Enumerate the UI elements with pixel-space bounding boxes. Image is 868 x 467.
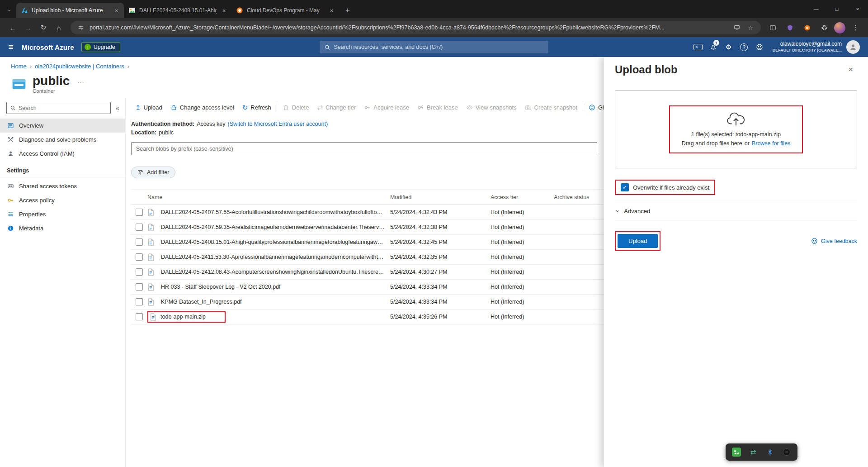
upload-button[interactable]: Upload xyxy=(618,234,658,248)
forward-button[interactable]: → xyxy=(21,20,35,35)
blob-name-link[interactable]: DALLE2024-05-2411.53.30-Aprofessionalban… xyxy=(161,254,390,260)
portal-menu-hamburger-icon[interactable]: ≡ xyxy=(0,37,22,57)
file-dropzone[interactable]: 1 file(s) selected: todo-app-main.zip Dr… xyxy=(615,91,857,168)
tab-close-icon[interactable]: × xyxy=(113,7,120,14)
acquire-lease-command[interactable]: Acquire lease xyxy=(360,104,413,111)
favorites-star-icon[interactable]: ☆ xyxy=(745,23,755,33)
sidebar-item-properties[interactable]: Properties xyxy=(0,207,125,221)
change-tier-command[interactable]: ⇄ Change tier xyxy=(313,104,360,111)
settings-gear-icon[interactable]: ⚙ xyxy=(721,37,736,57)
tab-close-icon[interactable]: × xyxy=(328,7,335,14)
portal-search[interactable] xyxy=(320,41,548,53)
row-checkbox[interactable] xyxy=(136,268,143,276)
sidebar-item-access-policy[interactable]: Access policy xyxy=(0,193,125,207)
row-checkbox[interactable] xyxy=(136,313,143,320)
tray-dark-app-icon[interactable] xyxy=(782,448,791,457)
row-checkbox[interactable] xyxy=(136,283,143,291)
delete-command[interactable]: Delete xyxy=(278,104,313,111)
address-bar[interactable]: portal.azure.com/#view/Microsoft_Azure_S… xyxy=(71,21,761,34)
command-label: Break lease xyxy=(427,104,458,111)
change-access-level-command[interactable]: Change access level xyxy=(166,104,238,111)
tab-close-icon[interactable]: × xyxy=(220,7,228,14)
sidebar-item-shared-access-tokens[interactable]: Shared access tokens xyxy=(0,179,125,193)
feedback-icon[interactable] xyxy=(752,37,767,57)
back-button[interactable]: ← xyxy=(5,20,20,35)
window-close-button[interactable]: × xyxy=(847,0,868,18)
row-checkbox[interactable] xyxy=(136,253,143,261)
column-modified[interactable]: Modified xyxy=(390,194,491,200)
refresh-command[interactable]: ↻ Refresh xyxy=(238,104,275,111)
blob-name-link[interactable]: DALLE2024-05-2408.15.01-Ahigh-qualitypro… xyxy=(161,239,390,245)
column-name[interactable]: Name xyxy=(147,194,390,200)
password-extension-icon[interactable] xyxy=(783,20,797,35)
blob-name-link[interactable]: DALLE2024-05-2407.57.55-Acolorfulillustr… xyxy=(161,209,390,215)
browser-profile-avatar[interactable] xyxy=(834,22,845,33)
file-icon xyxy=(147,209,161,216)
overwrite-checkbox[interactable]: ✓ xyxy=(621,183,629,191)
blob-name-link[interactable]: KPMG Dataset_In_Progress.pdf xyxy=(161,299,390,305)
blob-prefix-search-input[interactable] xyxy=(131,142,597,155)
row-checkbox[interactable] xyxy=(136,224,143,231)
sidebar-collapse-icon[interactable]: « xyxy=(113,105,122,112)
portal-search-input[interactable] xyxy=(334,44,544,50)
browse-for-files-link[interactable]: Browse for files xyxy=(752,140,790,147)
break-lease-command[interactable]: Break lease xyxy=(413,104,462,111)
tray-sync-icon[interactable]: ⇄ xyxy=(749,448,758,457)
page-context-menu-icon[interactable]: … xyxy=(77,77,85,85)
browser-tab-azure[interactable]: Upload blob - Microsoft Azure × xyxy=(16,3,124,18)
give-feedback-link[interactable]: Give feedback xyxy=(811,238,857,244)
tab-search-button[interactable]: › xyxy=(3,3,16,18)
cloud-shell-icon[interactable]: >_ xyxy=(690,37,706,57)
send-to-device-icon[interactable] xyxy=(732,23,742,33)
blob-name-link[interactable]: todo-app-main.zip xyxy=(160,314,211,320)
create-snapshot-command[interactable]: Create snapshot xyxy=(521,104,581,111)
sidebar-item-overview[interactable]: Overview xyxy=(0,119,125,133)
new-tab-button[interactable]: + xyxy=(341,4,354,17)
browser-menu-kebab-icon[interactable]: ⋮ xyxy=(848,20,863,35)
give-feedback-command[interactable]: Give feedback xyxy=(585,104,604,111)
row-checkbox[interactable] xyxy=(136,238,143,246)
account-info[interactable]: olawaleoloye@gmail.com DEFAULT DIRECTORY… xyxy=(773,41,842,53)
breadcrumb-home-link[interactable]: Home xyxy=(11,63,27,70)
upload-command[interactable]: ↥ Upload xyxy=(131,104,166,111)
help-icon[interactable]: ? xyxy=(736,37,752,57)
split-screen-icon[interactable] xyxy=(765,20,780,35)
reload-button[interactable]: ↻ xyxy=(36,20,51,35)
auth-method-line: Authentication method:Access key(Switch … xyxy=(131,120,604,129)
azure-brand[interactable]: Microsoft Azure xyxy=(22,43,74,51)
browser-tab-dalle[interactable]: DALLE2024-05-2408.15.01-Ahig × xyxy=(124,3,231,18)
breadcrumb-containers-link[interactable]: ola2024publicwebsite | Containers xyxy=(35,63,124,70)
blob-name-link[interactable]: HR 033 - Staff Sleepover Log - V2 Oct 20… xyxy=(161,284,390,290)
sidebar-item-metadata[interactable]: Metadata xyxy=(0,221,125,235)
sidebar-search-input[interactable] xyxy=(19,105,107,111)
switch-auth-link[interactable]: (Switch to Microsoft Entra user account) xyxy=(227,121,328,127)
site-info-icon[interactable] xyxy=(76,23,86,33)
extensions-puzzle-icon[interactable] xyxy=(817,20,831,35)
sidebar-item-access-control[interactable]: Access Control (IAM) xyxy=(0,147,125,161)
sidebar-search[interactable] xyxy=(6,102,111,114)
view-snapshots-command[interactable]: View snapshots xyxy=(462,104,521,111)
blob-name-link[interactable]: DALLE2024-05-2407.59.35-Arealisticimageo… xyxy=(161,224,390,230)
panel-close-icon[interactable]: × xyxy=(844,63,857,76)
sidebar-item-diagnose[interactable]: Diagnose and solve problems xyxy=(0,133,125,147)
account-avatar[interactable] xyxy=(846,40,860,54)
home-button[interactable]: ⌂ xyxy=(52,20,66,35)
column-archive-status[interactable]: Archive status xyxy=(554,194,604,200)
notifications-bell-icon[interactable]: 1 xyxy=(706,37,721,57)
command-label: Create snapshot xyxy=(534,104,577,111)
blob-name-link[interactable]: DALLE2024-05-2412.08.43-Acomputerscreens… xyxy=(161,269,390,275)
row-checkbox[interactable] xyxy=(136,298,143,305)
colorful-extension-icon[interactable] xyxy=(800,20,814,35)
add-filter-button[interactable]: Add filter xyxy=(131,167,175,178)
column-access-tier[interactable]: Access tier xyxy=(491,194,554,200)
account-directory: DEFAULT DIRECTORY (OLAWALE... xyxy=(773,48,842,53)
browser-tab-devops[interactable]: Cloud DevOps Program - May × xyxy=(231,3,339,18)
bluetooth-icon[interactable] xyxy=(765,448,774,457)
upgrade-button[interactable]: ↑ Upgrade xyxy=(81,42,120,52)
window-minimize-button[interactable]: — xyxy=(806,0,826,18)
window-maximize-button[interactable]: □ xyxy=(826,0,847,18)
tray-green-app-icon[interactable] xyxy=(732,448,741,457)
row-checkbox[interactable] xyxy=(136,209,143,216)
smiley-icon xyxy=(589,104,595,111)
advanced-section-toggle[interactable]: › Advanced xyxy=(615,202,857,220)
